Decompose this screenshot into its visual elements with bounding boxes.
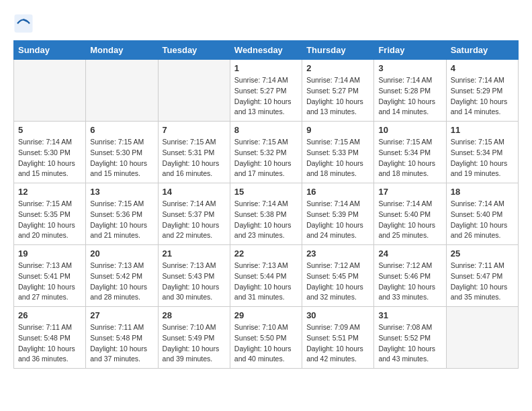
calendar-cell: 28Sunrise: 7:10 AM Sunset: 5:49 PM Dayli…	[158, 307, 230, 369]
day-number: 7	[163, 125, 226, 135]
day-number: 27	[90, 310, 153, 320]
calendar-week-row: 1Sunrise: 7:14 AM Sunset: 5:27 PM Daylig…	[14, 60, 519, 122]
day-number: 8	[234, 125, 298, 135]
day-number: 30	[306, 310, 369, 320]
day-info: Sunrise: 7:14 AM Sunset: 5:40 PM Dayligh…	[451, 199, 514, 241]
calendar-cell: 12Sunrise: 7:15 AM Sunset: 5:35 PM Dayli…	[14, 183, 86, 245]
page-header	[13, 13, 519, 34]
day-info: Sunrise: 7:13 AM Sunset: 5:44 PM Dayligh…	[234, 261, 298, 303]
day-info: Sunrise: 7:14 AM Sunset: 5:27 PM Dayligh…	[234, 75, 298, 118]
day-number: 12	[18, 187, 81, 197]
calendar-cell: 15Sunrise: 7:14 AM Sunset: 5:38 PM Dayli…	[230, 183, 302, 245]
day-info: Sunrise: 7:12 AM Sunset: 5:45 PM Dayligh…	[306, 261, 369, 303]
calendar-cell: 6Sunrise: 7:15 AM Sunset: 5:30 PM Daylig…	[86, 122, 158, 183]
day-number: 23	[306, 248, 369, 259]
calendar-cell: 4Sunrise: 7:14 AM Sunset: 5:29 PM Daylig…	[446, 60, 518, 122]
calendar-cell	[86, 60, 158, 122]
calendar-cell: 17Sunrise: 7:14 AM Sunset: 5:40 PM Dayli…	[374, 183, 446, 245]
day-info: Sunrise: 7:08 AM Sunset: 5:52 PM Dayligh…	[378, 322, 441, 365]
day-number: 29	[234, 310, 298, 320]
day-info: Sunrise: 7:11 AM Sunset: 5:48 PM Dayligh…	[90, 322, 153, 365]
day-number: 21	[163, 248, 226, 259]
day-info: Sunrise: 7:14 AM Sunset: 5:27 PM Dayligh…	[306, 75, 369, 118]
day-info: Sunrise: 7:15 AM Sunset: 5:31 PM Dayligh…	[163, 137, 226, 179]
calendar-cell: 27Sunrise: 7:11 AM Sunset: 5:48 PM Dayli…	[86, 307, 158, 369]
day-number: 17	[378, 187, 441, 197]
calendar-cell: 20Sunrise: 7:13 AM Sunset: 5:42 PM Dayli…	[86, 245, 158, 307]
weekday-header: Tuesday	[158, 41, 230, 60]
calendar-cell: 11Sunrise: 7:15 AM Sunset: 5:34 PM Dayli…	[446, 122, 518, 183]
calendar-cell: 18Sunrise: 7:14 AM Sunset: 5:40 PM Dayli…	[446, 183, 518, 245]
day-info: Sunrise: 7:15 AM Sunset: 5:32 PM Dayligh…	[234, 137, 298, 179]
day-info: Sunrise: 7:15 AM Sunset: 5:34 PM Dayligh…	[451, 137, 514, 179]
weekday-header: Monday	[86, 41, 158, 60]
weekday-header: Sunday	[14, 41, 86, 60]
day-info: Sunrise: 7:11 AM Sunset: 5:48 PM Dayligh…	[18, 322, 81, 365]
day-number: 22	[234, 248, 298, 259]
day-info: Sunrise: 7:15 AM Sunset: 5:33 PM Dayligh…	[306, 137, 369, 179]
calendar-cell: 10Sunrise: 7:15 AM Sunset: 5:34 PM Dayli…	[374, 122, 446, 183]
day-info: Sunrise: 7:14 AM Sunset: 5:37 PM Dayligh…	[163, 199, 226, 241]
calendar-cell	[14, 60, 86, 122]
calendar-week-row: 5Sunrise: 7:14 AM Sunset: 5:30 PM Daylig…	[14, 122, 519, 183]
calendar-cell: 13Sunrise: 7:15 AM Sunset: 5:36 PM Dayli…	[86, 183, 158, 245]
day-info: Sunrise: 7:10 AM Sunset: 5:50 PM Dayligh…	[234, 322, 298, 365]
calendar-cell: 5Sunrise: 7:14 AM Sunset: 5:30 PM Daylig…	[14, 122, 86, 183]
calendar-table: SundayMondayTuesdayWednesdayThursdayFrid…	[13, 40, 519, 369]
calendar-cell: 21Sunrise: 7:13 AM Sunset: 5:43 PM Dayli…	[158, 245, 230, 307]
day-info: Sunrise: 7:09 AM Sunset: 5:51 PM Dayligh…	[306, 322, 369, 365]
calendar-cell: 8Sunrise: 7:15 AM Sunset: 5:32 PM Daylig…	[230, 122, 302, 183]
day-info: Sunrise: 7:14 AM Sunset: 5:29 PM Dayligh…	[451, 75, 514, 118]
calendar-cell: 19Sunrise: 7:13 AM Sunset: 5:41 PM Dayli…	[14, 245, 86, 307]
day-number: 6	[90, 125, 153, 135]
calendar-week-row: 19Sunrise: 7:13 AM Sunset: 5:41 PM Dayli…	[14, 245, 519, 307]
day-info: Sunrise: 7:12 AM Sunset: 5:46 PM Dayligh…	[378, 261, 441, 303]
calendar-cell: 3Sunrise: 7:14 AM Sunset: 5:28 PM Daylig…	[374, 60, 446, 122]
calendar-week-row: 26Sunrise: 7:11 AM Sunset: 5:48 PM Dayli…	[14, 307, 519, 369]
day-info: Sunrise: 7:15 AM Sunset: 5:30 PM Dayligh…	[90, 137, 153, 179]
day-number: 25	[451, 248, 514, 259]
weekday-header: Thursday	[302, 41, 374, 60]
day-number: 2	[306, 63, 369, 73]
calendar-cell: 22Sunrise: 7:13 AM Sunset: 5:44 PM Dayli…	[230, 245, 302, 307]
logo	[13, 13, 36, 34]
day-number: 28	[163, 310, 226, 320]
day-info: Sunrise: 7:13 AM Sunset: 5:41 PM Dayligh…	[18, 261, 81, 303]
day-number: 20	[90, 248, 153, 259]
day-number: 9	[306, 125, 369, 135]
day-number: 10	[378, 125, 441, 135]
day-info: Sunrise: 7:13 AM Sunset: 5:43 PM Dayligh…	[163, 261, 226, 303]
svg-rect-0	[15, 15, 33, 33]
calendar-body: 1Sunrise: 7:14 AM Sunset: 5:27 PM Daylig…	[14, 60, 519, 369]
header-row: SundayMondayTuesdayWednesdayThursdayFrid…	[14, 41, 519, 60]
weekday-header: Saturday	[446, 41, 518, 60]
calendar-cell: 7Sunrise: 7:15 AM Sunset: 5:31 PM Daylig…	[158, 122, 230, 183]
day-info: Sunrise: 7:13 AM Sunset: 5:42 PM Dayligh…	[90, 261, 153, 303]
calendar-cell	[158, 60, 230, 122]
calendar-cell: 25Sunrise: 7:11 AM Sunset: 5:47 PM Dayli…	[446, 245, 518, 307]
day-info: Sunrise: 7:10 AM Sunset: 5:49 PM Dayligh…	[163, 322, 226, 365]
calendar-cell: 1Sunrise: 7:14 AM Sunset: 5:27 PM Daylig…	[230, 60, 302, 122]
calendar-cell: 29Sunrise: 7:10 AM Sunset: 5:50 PM Dayli…	[230, 307, 302, 369]
calendar-cell	[446, 307, 518, 369]
day-number: 24	[378, 248, 441, 259]
logo-icon	[13, 13, 34, 34]
calendar-week-row: 12Sunrise: 7:15 AM Sunset: 5:35 PM Dayli…	[14, 183, 519, 245]
day-number: 5	[18, 125, 81, 135]
day-number: 16	[306, 187, 369, 197]
day-info: Sunrise: 7:14 AM Sunset: 5:28 PM Dayligh…	[378, 75, 441, 118]
calendar-cell: 26Sunrise: 7:11 AM Sunset: 5:48 PM Dayli…	[14, 307, 86, 369]
calendar-cell: 16Sunrise: 7:14 AM Sunset: 5:39 PM Dayli…	[302, 183, 374, 245]
calendar-header: SundayMondayTuesdayWednesdayThursdayFrid…	[14, 41, 519, 60]
calendar-cell: 24Sunrise: 7:12 AM Sunset: 5:46 PM Dayli…	[374, 245, 446, 307]
calendar-cell: 14Sunrise: 7:14 AM Sunset: 5:37 PM Dayli…	[158, 183, 230, 245]
calendar-cell: 23Sunrise: 7:12 AM Sunset: 5:45 PM Dayli…	[302, 245, 374, 307]
day-info: Sunrise: 7:11 AM Sunset: 5:47 PM Dayligh…	[451, 261, 514, 303]
calendar-cell: 30Sunrise: 7:09 AM Sunset: 5:51 PM Dayli…	[302, 307, 374, 369]
day-info: Sunrise: 7:14 AM Sunset: 5:40 PM Dayligh…	[378, 199, 441, 241]
day-info: Sunrise: 7:14 AM Sunset: 5:30 PM Dayligh…	[18, 137, 81, 179]
day-number: 15	[234, 187, 298, 197]
day-number: 14	[163, 187, 226, 197]
day-number: 3	[378, 63, 441, 73]
day-info: Sunrise: 7:15 AM Sunset: 5:35 PM Dayligh…	[18, 199, 81, 241]
